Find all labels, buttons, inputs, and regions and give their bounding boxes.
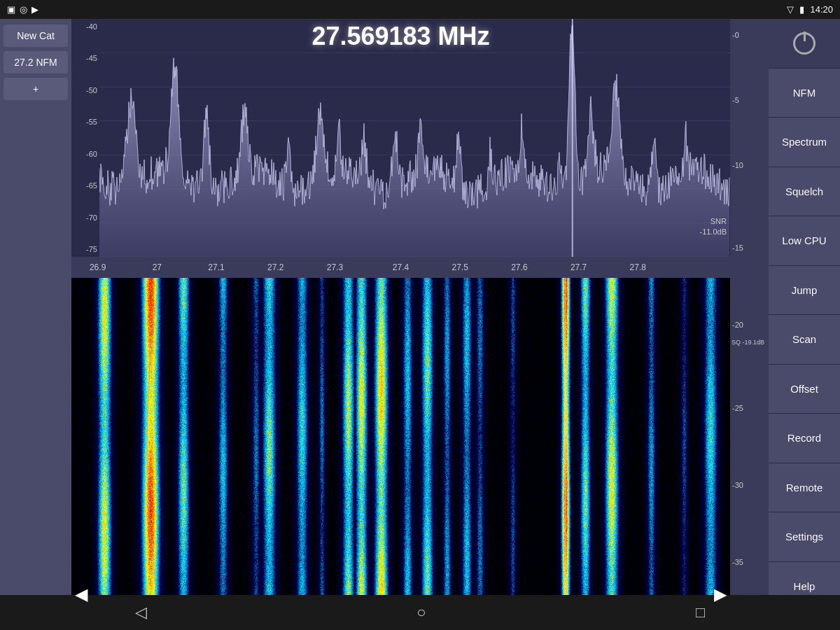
squelch-button[interactable]: Squelch [769,167,840,217]
spectrum-container[interactable]: -40 -45 -50 -55 -60 -65 -70 -75 SNR -11.… [71,19,730,257]
spectrum-button[interactable]: Spectrum [769,118,840,167]
y-label-45: -45 [71,54,99,62]
record-button[interactable]: Record [769,414,840,463]
freq-label-274: 27.4 [393,262,409,272]
nav-right-arrow[interactable]: ▶ [714,584,727,604]
freq-label-27: 27 [153,262,162,272]
add-button[interactable]: + [4,78,68,100]
status-right: ▽ ▮ 14:20 [787,4,833,15]
right-sidebar: NFM Spectrum Squelch Low CPU Jump Scan O… [769,19,840,611]
remote-button[interactable]: Remote [769,463,840,513]
status-bar: ▣ ◎ ▶ ▽ ▮ 14:20 [0,0,840,19]
y-label-70: -70 [71,214,99,222]
spectrum-canvas [99,19,730,257]
battery-icon: ▮ [799,4,804,15]
recents-button[interactable]: □ [696,603,705,622]
scale-label-30: -30 [732,481,743,489]
scale-label-5: -5 [732,96,739,104]
spectrum-y-axis: -40 -45 -50 -55 -60 -65 -70 -75 [71,19,99,257]
freq-label-275: 27.5 [452,262,468,272]
new-cat-button[interactable]: New Cat [4,24,68,47]
freq-label-271: 27.1 [208,262,224,272]
scale-label-10: -10 [732,161,743,169]
freq-label-273: 27.3 [327,262,343,272]
freq-label-278: 27.8 [630,262,646,272]
snr-label: SNR [710,217,727,225]
right-db-scale: -0 -5 -10 -15 -20 SQ -19.1dB -25 -30 -35 [730,19,769,611]
main-layout: New Cat 27.2 NFM + 27.569183 MHz -40 -45… [0,19,840,611]
frequency-axis: 26.9 27 27.1 27.2 27.3 27.4 27.5 27.6 27… [71,257,730,278]
center-panel: 27.569183 MHz -40 -45 -50 -55 -60 -65 -7… [71,19,730,611]
settings-button[interactable]: Settings [769,512,840,562]
scale-label-20: -20 [732,321,743,329]
left-sidebar: New Cat 27.2 NFM + [0,19,71,611]
power-icon [793,32,816,55]
scale-label-25: -25 [732,404,743,412]
play-icon: ▶ [31,4,38,15]
sq-label: SQ -19.1dB [732,339,764,346]
freq-label-276: 27.6 [511,262,527,272]
low-cpu-button[interactable]: Low CPU [769,216,840,266]
mode-button[interactable]: 27.2 NFM [4,51,68,74]
clock: 14:20 [810,4,833,15]
wifi-icon: ▽ [787,4,794,15]
home-button[interactable]: ○ [416,603,426,622]
waterfall-container[interactable] [71,278,730,611]
y-label-50: -50 [71,86,99,94]
nav-left-arrow[interactable]: ◀ [75,584,88,604]
snr-value: -11.0dB [699,227,727,236]
scan-button[interactable]: Scan [769,315,840,365]
scale-label-0: -0 [732,31,739,39]
app-icon: ▣ [7,4,15,15]
waterfall-canvas [71,278,730,611]
y-label-55: -55 [71,118,99,126]
radio-icon: ◎ [20,4,27,15]
freq-label-277: 27.7 [570,262,587,272]
freq-label-268: 26.9 [90,262,106,272]
y-label-40: -40 [71,22,99,31]
offset-button[interactable]: Offset [769,365,840,414]
y-label-65: -65 [71,181,99,190]
back-button[interactable]: ◁ [135,603,147,622]
jump-button[interactable]: Jump [769,266,840,316]
power-button[interactable] [769,19,840,69]
freq-label-272: 27.2 [267,262,284,272]
nfm-button[interactable]: NFM [769,69,840,118]
status-icons: ▣ ◎ ▶ [7,4,38,15]
scale-label-15: -15 [732,244,743,252]
scale-label-35: -35 [732,558,743,566]
y-label-60: -60 [71,150,99,158]
y-label-75: -75 [71,245,99,253]
